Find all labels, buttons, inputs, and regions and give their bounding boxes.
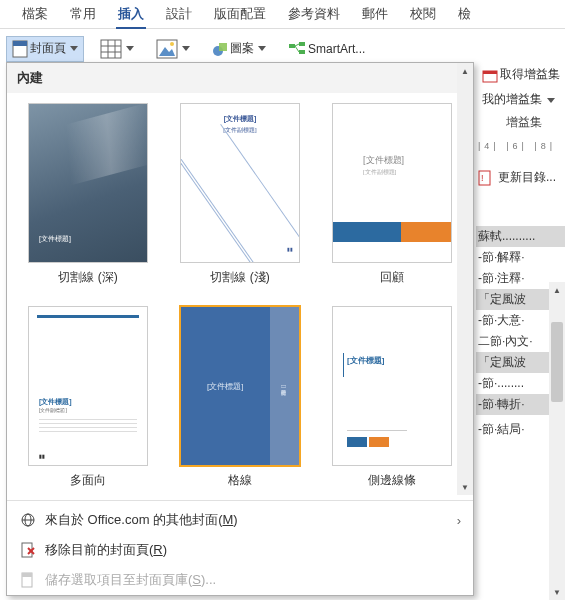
svg-rect-11	[219, 43, 227, 51]
shapes-icon	[212, 41, 228, 57]
cover-option-label: 格線	[228, 472, 252, 489]
svg-rect-14	[299, 50, 305, 54]
svg-rect-13	[299, 42, 305, 46]
shapes-button[interactable]: 圖案	[206, 36, 272, 61]
my-addins-button[interactable]: 我的增益集	[482, 91, 565, 108]
cover-option-retrospect[interactable]: [文件標題] [文件副標題] 回顧	[325, 103, 459, 286]
svg-line-15	[295, 44, 299, 46]
cover-option-grid[interactable]: [文件標題] [文件副標題] 格線	[173, 306, 307, 489]
addins-group-label: 增益集	[482, 114, 565, 131]
cover-page-label: 封面頁	[30, 40, 66, 57]
update-toc-button[interactable]: ! 更新目錄...	[476, 169, 565, 186]
update-toc-label: 更新目錄...	[498, 169, 556, 186]
ribbon-tabs: 檔案 常用 插入 設計 版面配置 參考資料 郵件 校閱 檢	[0, 0, 565, 28]
thumb-title: [文件標題]	[347, 355, 384, 366]
cover-option-label: 側邊線條	[368, 472, 416, 489]
cover-option-sideline[interactable]: [文件標題] 側邊線條	[325, 306, 459, 489]
smartart-button[interactable]: SmartArt...	[282, 37, 371, 61]
tab-layout[interactable]: 版面配置	[212, 1, 268, 27]
remove-cover-button[interactable]: 移除目前的封面頁(R)	[7, 535, 473, 565]
thumb-accent: ▮▮	[39, 453, 45, 459]
thumb-subtitle: [文件副標題]	[181, 126, 299, 135]
table-button[interactable]	[94, 35, 140, 63]
my-addins-label: 我的增益集	[482, 92, 542, 106]
thumb-subtitle: [文件副標題]	[39, 407, 67, 413]
cover-option-slice-light[interactable]: [文件標題] [文件副標題] ▮▮ 切割線 (淺)	[173, 103, 307, 286]
store-icon	[482, 67, 498, 83]
tab-insert[interactable]: 插入	[116, 1, 146, 27]
caret-icon	[126, 46, 134, 51]
document-pane: 取得增益集 我的增益集 增益集 |4| |6| |8| ! 更新目錄... 蘇軾…	[476, 62, 565, 600]
doc-line[interactable]: -節·解釋·	[476, 247, 565, 268]
tab-references[interactable]: 參考資料	[286, 1, 342, 27]
thumb-title: [文件標題]	[363, 154, 404, 167]
thumb-accent: ▮▮	[287, 246, 293, 252]
scroll-up-icon[interactable]: ▲	[458, 63, 472, 79]
thumb-title: [文件標題]	[39, 234, 71, 244]
get-addins-button[interactable]: 取得增益集	[482, 66, 565, 83]
tab-review[interactable]: 校閱	[408, 1, 438, 27]
doc-line[interactable]: 蘇軾..........	[476, 226, 565, 247]
cover-option-label: 切割線 (深)	[58, 269, 117, 286]
save-selection-button: 儲存選取項目至封面頁庫(S)...	[7, 565, 473, 595]
cover-option-facet[interactable]: [文件標題] [文件副標題] ▮▮ 多面向	[21, 306, 155, 489]
thumb-title: [文件標題]	[207, 381, 243, 392]
pictures-button[interactable]	[150, 35, 196, 63]
svg-rect-18	[483, 71, 497, 74]
update-icon: !	[478, 170, 494, 186]
separator	[7, 500, 473, 501]
smartart-label: SmartArt...	[308, 42, 365, 56]
cover-option-label: 多面向	[70, 472, 106, 489]
chevron-right-icon: ›	[457, 513, 461, 528]
more-from-office-button[interactable]: 來自於 Office.com 的其他封面(M) ›	[7, 505, 473, 535]
scroll-down-icon[interactable]: ▼	[549, 584, 565, 600]
tab-file[interactable]: 檔案	[20, 1, 50, 27]
page-icon	[12, 40, 28, 58]
save-selection-label: 儲存選取項目至封面頁庫(S)...	[45, 571, 216, 589]
scroll-down-icon[interactable]: ▼	[458, 479, 472, 495]
shapes-label: 圖案	[230, 40, 254, 57]
tab-home[interactable]: 常用	[68, 1, 98, 27]
svg-rect-1	[13, 41, 27, 46]
cover-option-label: 切割線 (淺)	[210, 269, 269, 286]
remove-page-icon	[19, 541, 37, 559]
dropdown-header: 內建	[7, 63, 473, 93]
cover-option-slice-dark[interactable]: [文件標題] 切割線 (深)	[21, 103, 155, 286]
svg-point-9	[170, 42, 174, 46]
caret-icon	[70, 46, 78, 51]
caret-icon	[182, 46, 190, 51]
svg-rect-2	[101, 40, 121, 58]
globe-icon	[19, 511, 37, 529]
picture-icon	[156, 39, 178, 59]
scroll-thumb[interactable]	[551, 322, 563, 402]
tab-view[interactable]: 檢	[456, 1, 473, 27]
svg-text:!: !	[481, 173, 484, 183]
scroll-up-icon[interactable]: ▲	[549, 282, 565, 298]
doc-scrollbar[interactable]: ▲ ▼	[549, 282, 565, 600]
remove-cover-label: 移除目前的封面頁(R)	[45, 541, 167, 559]
table-icon	[100, 39, 122, 59]
smartart-icon	[288, 41, 306, 57]
ruler: |4| |6| |8|	[476, 141, 565, 151]
tab-design[interactable]: 設計	[164, 1, 194, 27]
get-addins-label: 取得增益集	[500, 66, 560, 83]
thumb-title: [文件標題]	[181, 114, 299, 124]
cover-option-label: 回顧	[380, 269, 404, 286]
svg-line-16	[295, 46, 299, 52]
gallery-scrollbar[interactable]: ▲ ▼	[457, 63, 473, 495]
thumb-title: [文件標題]	[39, 397, 72, 407]
svg-rect-28	[22, 573, 32, 577]
cover-page-button[interactable]: 封面頁	[6, 36, 84, 62]
caret-icon	[547, 98, 555, 103]
more-from-office-label: 來自於 Office.com 的其他封面(M)	[45, 511, 238, 529]
thumb-subtitle: [文件副標題]	[363, 168, 396, 177]
cover-page-dropdown: 內建 [文件標題] 切割線 (深) [文件標題] [文件副標題] ▮▮ 切割線 …	[6, 62, 474, 596]
tab-mailings[interactable]: 郵件	[360, 1, 390, 27]
thumb-subtitle: [文件副標題]	[281, 385, 287, 388]
save-page-icon	[19, 571, 37, 589]
cover-gallery: [文件標題] 切割線 (深) [文件標題] [文件副標題] ▮▮ 切割線 (淺)…	[7, 93, 473, 496]
caret-icon	[258, 46, 266, 51]
svg-rect-12	[289, 44, 295, 48]
